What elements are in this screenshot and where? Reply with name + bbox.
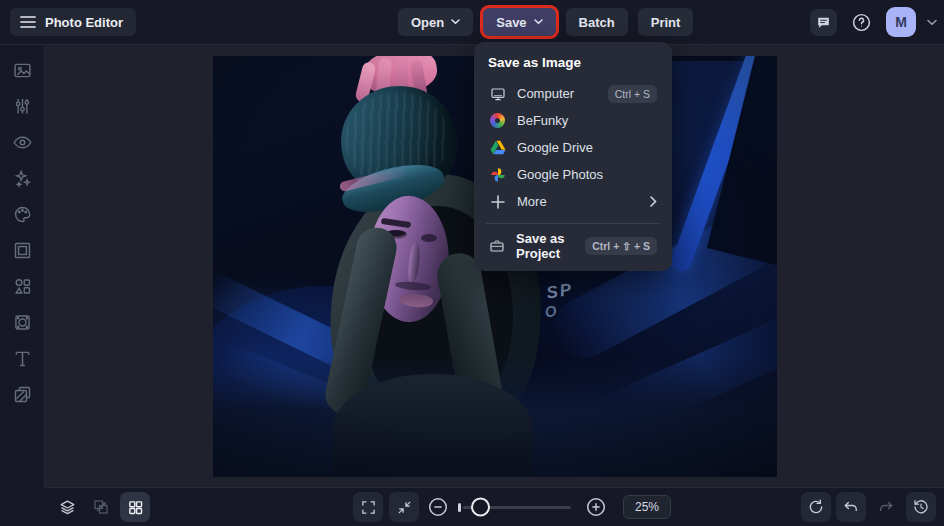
batch-button[interactable]: Batch <box>566 8 628 36</box>
reset-icon <box>807 498 825 516</box>
eye-icon <box>12 132 33 153</box>
zoom-slider-notch <box>458 503 461 512</box>
menu-divider <box>486 223 660 224</box>
sidebar-item-touchup[interactable] <box>10 130 34 154</box>
image-icon <box>12 60 33 81</box>
adjust-sliders-icon <box>12 96 33 117</box>
shortcut-badge: Ctrl + ⇧ + S <box>585 237 657 255</box>
comment-icon <box>816 15 831 30</box>
layers-button[interactable] <box>52 492 82 522</box>
help-button[interactable] <box>848 9 875 36</box>
zoom-out-button[interactable] <box>425 492 451 522</box>
save-button[interactable]: Save <box>483 8 555 36</box>
menu-item-befunky[interactable]: BeFunky <box>486 107 660 134</box>
feedback-button[interactable] <box>810 9 837 36</box>
layer-tools <box>52 492 150 522</box>
save-menu-header: Save as Image <box>488 55 658 70</box>
sidebar-item-frames[interactable] <box>10 238 34 262</box>
google-photos-icon <box>489 167 506 183</box>
zoom-controls: 25% <box>353 492 671 522</box>
undo-button[interactable] <box>836 492 866 522</box>
palette-icon <box>12 204 33 225</box>
fullscreen-icon <box>360 499 377 516</box>
sidebar-item-edit[interactable] <box>10 58 34 82</box>
history-icon <box>912 498 930 516</box>
redo-button[interactable] <box>871 492 901 522</box>
sidebar-item-artsy[interactable] <box>10 202 34 226</box>
user-avatar[interactable]: M <box>886 7 916 37</box>
texture-icon <box>12 384 33 405</box>
undo-icon <box>842 498 860 516</box>
grid-view-button[interactable] <box>120 492 150 522</box>
overlay-icon <box>12 312 33 333</box>
transform-icon <box>92 498 110 516</box>
text-icon <box>12 348 33 369</box>
print-button[interactable]: Print <box>638 8 694 36</box>
hamburger-icon <box>20 15 36 29</box>
frame-icon <box>12 240 33 261</box>
menu-item-more[interactable]: More <box>486 188 660 215</box>
top-bar: Photo Editor Open Save Batch Print <box>0 0 944 45</box>
fit-to-screen-icon <box>396 499 413 516</box>
chevron-down-icon <box>534 19 543 25</box>
main-menu-button[interactable]: Photo Editor <box>10 8 136 36</box>
sparkles-icon <box>12 168 33 189</box>
fit-to-screen-button[interactable] <box>389 492 419 522</box>
plus-circle-icon <box>585 496 607 518</box>
menu-item-computer[interactable]: Computer Ctrl + S <box>486 80 660 107</box>
redo-icon <box>877 498 895 516</box>
briefcase-icon <box>489 238 505 254</box>
question-icon <box>851 12 872 33</box>
chevron-down-icon <box>451 19 460 25</box>
bottom-bar: 25% <box>44 487 944 526</box>
shortcut-badge: Ctrl + S <box>608 85 657 103</box>
save-dropdown-menu: Save as Image Computer Ctrl + S BeFunky … <box>474 42 672 271</box>
fullscreen-button[interactable] <box>353 492 383 522</box>
account-actions: M <box>810 7 937 37</box>
layers-icon <box>58 498 77 517</box>
minus-circle-icon <box>427 496 449 518</box>
open-button[interactable]: Open <box>398 8 473 36</box>
menu-item-save-as-project[interactable]: Save as Project Ctrl + ⇧ + S <box>486 232 660 259</box>
zoom-slider[interactable] <box>463 506 571 509</box>
google-drive-icon <box>489 140 506 155</box>
tools-sidebar <box>0 44 45 526</box>
zoom-in-button[interactable] <box>583 492 609 522</box>
menu-item-google-drive[interactable]: Google Drive <box>486 134 660 161</box>
plus-icon <box>489 195 506 209</box>
menu-item-google-photos[interactable]: Google Photos <box>486 161 660 188</box>
zoom-level-value[interactable]: 25% <box>623 495 671 519</box>
sidebar-item-overlays[interactable] <box>10 310 34 334</box>
sidebar-item-effects[interactable] <box>10 166 34 190</box>
shapes-icon <box>12 276 33 297</box>
reset-button[interactable] <box>801 492 831 522</box>
computer-icon <box>489 86 506 102</box>
app-title: Photo Editor <box>45 15 123 30</box>
sidebar-item-text[interactable] <box>10 346 34 370</box>
sidebar-item-adjust[interactable] <box>10 94 34 118</box>
account-chevron-down-icon[interactable] <box>927 19 937 26</box>
file-actions: Open Save Batch Print <box>398 8 693 36</box>
chevron-right-icon <box>650 196 657 207</box>
befunky-icon <box>489 113 506 128</box>
sidebar-item-graphics[interactable] <box>10 274 34 298</box>
sidebar-item-textures[interactable] <box>10 382 34 406</box>
history-button[interactable] <box>906 492 936 522</box>
zoom-slider-handle[interactable] <box>471 498 490 517</box>
history-tools <box>801 492 936 522</box>
grid-icon <box>127 499 144 516</box>
photo-editor-app: Photo Editor Open Save Batch Print <box>0 0 944 526</box>
transform-button[interactable] <box>86 492 116 522</box>
